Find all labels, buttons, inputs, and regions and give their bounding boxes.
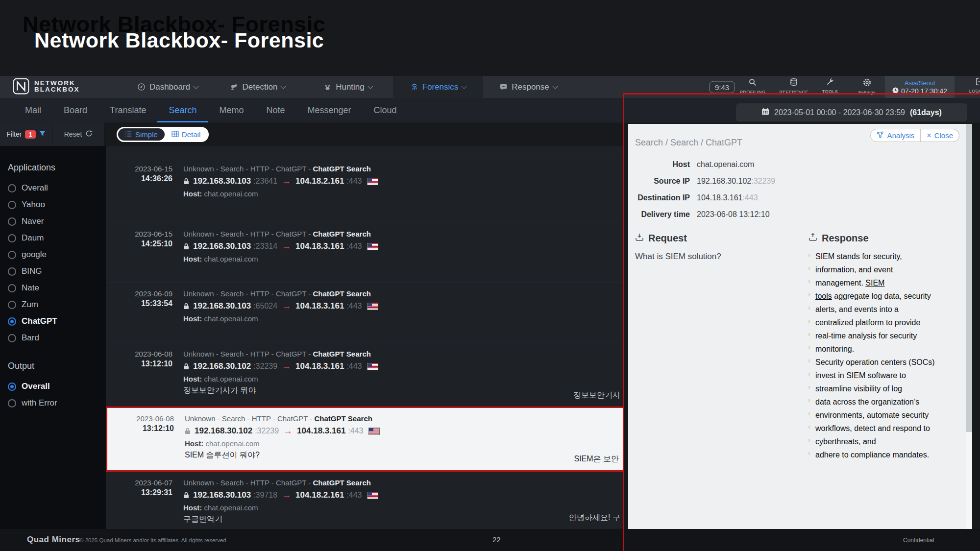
list-item[interactable]: 2023-06-0915:33:54 Unknown - Search - HT… [106,283,624,343]
response-section: Response SIEM stands for security, infor… [808,233,955,461]
request-section: Request What is SIEM solution? [635,233,797,262]
slide: Network Blackbox- Forensic Network Black… [0,0,980,551]
row-category-path: Unknown - Search - HTTP - ChatGPT - Chat… [183,479,378,487]
slide-title: Network Blackbox- Forensic [34,28,324,52]
app-filter-yahoo[interactable]: Yahoo [0,196,106,213]
nav-item-response[interactable]: Response [483,76,573,98]
dashboard-icon [137,83,146,91]
tab-search[interactable]: Search [157,98,208,122]
toolbar-reference[interactable]: REFERENCE [778,78,809,95]
output-filter-overall[interactable]: Overall [0,378,106,395]
detail-panel: Analysis × Close Search / Search / ChatG… [628,124,972,529]
scrollbar-thumb[interactable] [966,124,972,432]
toolbar-settings[interactable]: Settings [851,78,882,95]
row-ip-flow: 192.168.30.103:39718→104.18.2.161:443 [183,490,378,501]
app-filter-bard[interactable]: Bard [0,330,106,346]
divider [631,226,960,226]
tab-translate[interactable]: Translate [98,98,157,122]
row-response-preview: 정보보안기사 [573,390,620,401]
app-filter-google[interactable]: google [0,246,106,263]
row-host: Host: chat.openai.com [183,375,378,383]
tab-cloud[interactable]: Cloud [363,98,408,122]
nav-item-forensics[interactable]: Forensics [393,76,483,98]
app-logo[interactable]: NETWORK BLACKBOX [0,76,122,98]
radio-icon [8,267,16,276]
breadcrumb: Search / Search / ChatGPT [635,138,742,148]
logout-button[interactable]: LOGOUT [963,78,980,94]
tab-board[interactable]: Board [52,98,98,122]
wrench-icon [826,78,834,88]
cctv-camera-icon [230,83,239,91]
nav-item-hunting[interactable]: Hunting [303,76,393,98]
list-item[interactable]: 2023-06-0813:12:10 Unknown - Search - HT… [106,343,624,407]
row-category-path: Unknown - Search - HTTP - ChatGPT - Chat… [183,165,378,173]
upload-tray-icon [808,233,817,244]
list-item[interactable]: 2023-06-1514:25:10 Unknown - Search - HT… [106,223,624,283]
app-filter-daum[interactable]: Daum [0,230,106,246]
nav-item-dashboard[interactable]: Dashboard [122,76,213,98]
flow-arrow-icon: → [282,361,291,372]
flow-arrow-icon: → [282,301,291,311]
toolbar-profiling[interactable]: PROFILING [737,78,768,95]
panel-actions: Analysis × Close [870,129,959,142]
close-button[interactable]: × Close [920,129,959,142]
tab-messenger[interactable]: Messenger [296,98,363,122]
list-item-selected[interactable]: 2023-06-0813:12:10 Unknown - Search - HT… [106,407,624,472]
applications-heading: Applications [8,163,106,173]
tab-mail[interactable]: Mail [14,98,52,122]
radio-icon [8,301,16,309]
lock-icon [185,428,191,434]
request-body: What is SIEM solution? [635,252,797,262]
chevron-down-icon [552,83,558,89]
copyright-text: © 2025 Quad Miners and/or its affiliates… [79,537,226,543]
list-view-icon [125,130,132,139]
radio-icon [8,284,16,292]
chevron-down-icon [281,83,286,89]
analysis-button[interactable]: Analysis [871,129,920,142]
lock-icon [183,363,189,370]
radio-icon [8,383,16,391]
row-date: 2023-06-15 [106,230,172,238]
date-range-days: (61days) [910,108,942,117]
quad-miners-logo: Quad Miners [27,535,80,545]
row-query: 구글번역기 [183,514,378,525]
search-result-list: 2023-06-1514:36:26 Unknown - Search - HT… [106,146,624,529]
nav-item-detection[interactable]: Detection [213,76,303,98]
chevron-down-icon [462,83,467,89]
lock-icon [183,303,189,310]
row-category-path: Unknown - Search - HTTP - ChatGPT - Chat… [183,230,378,238]
confidential-label: Confidential [903,537,934,544]
grid-view-icon [172,130,179,139]
app-filter-overall[interactable]: Overall [0,180,106,196]
output-filter-with-error[interactable]: with Error [0,395,106,411]
reset-button[interactable]: Reset [52,122,105,146]
timezone-tile[interactable]: Asia/Seoul 07-20 17:30:42 [885,76,955,98]
toolbar-tools[interactable]: TOOLS [814,78,846,94]
app-filter-naver[interactable]: Naver [0,213,106,230]
view-option-detail[interactable]: Detail [165,128,207,141]
app-filter-chatgpt[interactable]: ChatGPT [0,313,106,330]
view-option-simple[interactable]: Simple [118,128,165,141]
tab-note[interactable]: Note [255,98,296,122]
app-filter-bing[interactable]: BING [0,263,106,280]
radio-icon [8,334,16,342]
row-category-path: Unknown - Search - HTTP - ChatGPT - Chat… [185,414,379,423]
panel-scrollbar[interactable] [966,124,972,529]
timezone-label: Asia/Seoul [905,79,935,87]
filter-button[interactable]: Filter 1 [0,122,52,146]
lock-icon [183,178,189,185]
flow-arrow-icon: → [282,490,291,501]
filter-sidebar: Applications Overall Yahoo Naver Daum go… [0,146,106,529]
radio-icon [8,317,16,326]
date-range-picker[interactable]: 2023-05-01 00:00 - 2023-06-30 23:59 (61d… [736,103,967,121]
close-icon: × [927,132,931,140]
list-item[interactable]: 2023-06-1514:36:26 Unknown - Search - HT… [106,158,624,223]
lock-icon [183,243,189,250]
database-icon [789,78,798,89]
tab-memo[interactable]: Memo [208,98,255,122]
app-filter-zum[interactable]: Zum [0,296,106,313]
list-item[interactable]: 2023-06-0713:29:31 Unknown - Search - HT… [106,472,624,529]
app-filter-nate[interactable]: Nate [0,280,106,296]
row-date: 2023-06-07 [106,479,172,487]
speech-bubble-icon [499,83,508,91]
